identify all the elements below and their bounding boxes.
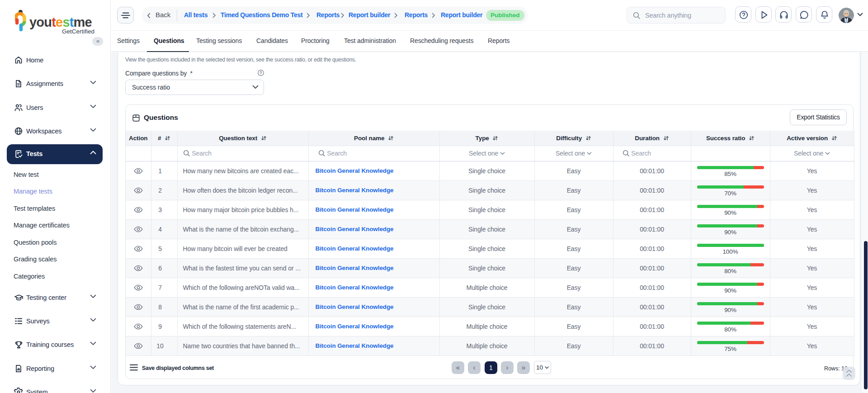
svg-text:GetCertified: GetCertified	[62, 28, 94, 35]
svg-text:youtestme: youtestme	[29, 15, 92, 29]
